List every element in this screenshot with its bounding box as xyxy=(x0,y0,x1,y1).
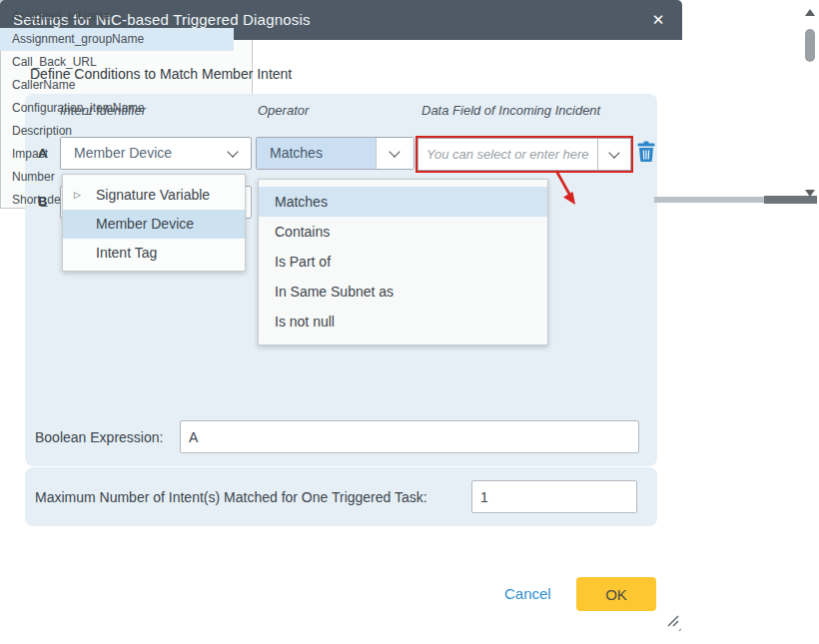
row-a-operator-select[interactable]: Matches xyxy=(256,137,414,170)
boolean-expression-input[interactable] xyxy=(180,420,639,453)
background-scrollbar-fragment xyxy=(654,197,764,203)
chevron-down-icon xyxy=(389,146,400,157)
cancel-button[interactable]: Cancel xyxy=(504,585,551,602)
boolean-expression-label: Boolean Expression: xyxy=(35,429,163,445)
row-a-operator-value: Matches xyxy=(270,138,323,169)
operator-option-is-not-null[interactable]: Is not null xyxy=(259,307,547,336)
row-a-intent-select[interactable]: Member Device xyxy=(60,137,252,170)
chevron-down-icon xyxy=(227,146,238,157)
data-field-option[interactable]: Configuration_itemName xyxy=(0,97,234,120)
delete-condition-trash-icon[interactable] xyxy=(637,141,655,162)
intent-option-label: Intent Tag xyxy=(96,245,157,261)
column-header-operator: Operator xyxy=(258,103,309,118)
max-intents-input[interactable] xyxy=(471,480,637,513)
close-icon[interactable]: ✕ xyxy=(647,9,669,31)
expand-right-icon[interactable]: ▷ xyxy=(74,181,81,210)
data-field-option[interactable]: CallerName xyxy=(0,74,234,97)
intent-option-label: Signature Variable xyxy=(96,187,210,203)
background-scrollbar-fragment-dark xyxy=(764,196,817,204)
intent-identifier-dropdown: ▷ Signature Variable Member Device Inten… xyxy=(62,174,246,272)
operator-option-matches[interactable]: Matches xyxy=(259,187,547,217)
resize-handle-icon[interactable] xyxy=(664,613,684,633)
ok-button[interactable]: OK xyxy=(576,577,656,611)
data-field-option-selected[interactable]: Assignment_groupName xyxy=(0,28,234,51)
intent-option-intent-tag[interactable]: Intent Tag xyxy=(63,239,245,268)
row-a-intent-value: Member Device xyxy=(74,138,172,169)
screen: Settings for NIC-based Triggered Diagnos… xyxy=(0,0,819,644)
row-a-data-field-combobox xyxy=(417,138,631,171)
operator-option-is-part-of[interactable]: Is Part of xyxy=(259,247,547,277)
intent-option-member-device[interactable]: Member Device xyxy=(63,210,245,239)
column-header-data-field: Data Field of Incoming Incident xyxy=(421,103,600,118)
data-field-input[interactable] xyxy=(418,139,597,170)
operator-dropdown: Matches Contains Is Part of In Same Subn… xyxy=(258,179,548,345)
operator-select-button[interactable] xyxy=(376,138,413,169)
operator-option-contains[interactable]: Contains xyxy=(259,217,547,247)
intent-option-label: Member Device xyxy=(96,216,194,232)
data-field-option[interactable]: Assigned_toName xyxy=(0,5,234,28)
chevron-down-icon xyxy=(608,147,619,158)
data-field-option[interactable]: Call_Back_URL xyxy=(0,51,234,74)
operator-option-in-same-subnet-as[interactable]: In Same Subnet as xyxy=(259,277,547,307)
intent-option-signature-variable[interactable]: ▷ Signature Variable xyxy=(63,181,245,210)
max-intents-label: Maximum Number of Intent(s) Matched for … xyxy=(35,489,427,505)
data-field-dropdown-button[interactable] xyxy=(597,139,630,170)
red-highlight-box xyxy=(415,136,633,173)
